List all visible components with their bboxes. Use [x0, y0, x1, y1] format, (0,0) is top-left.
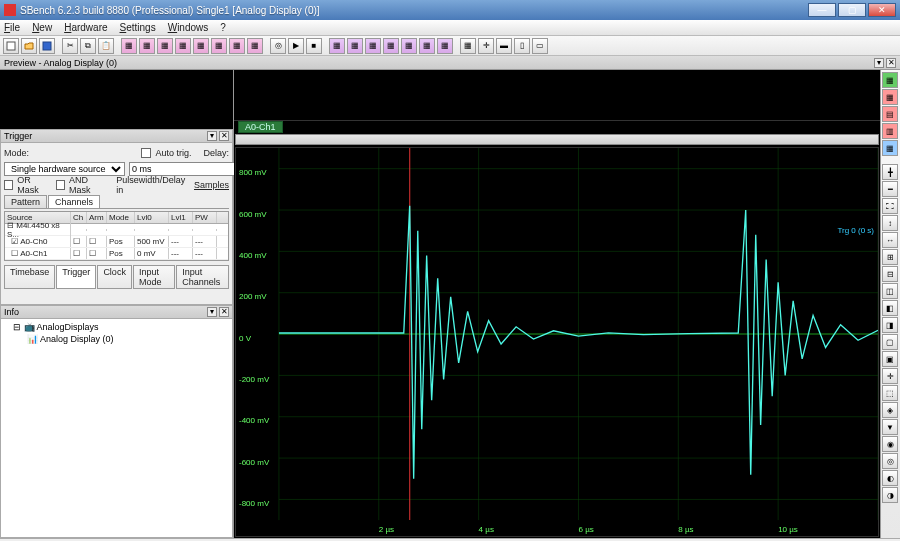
rtool-zoom-fit-icon[interactable]: ⛶: [882, 198, 898, 214]
preview-header: Preview - Analog Display (0) ▾ ✕: [0, 56, 900, 70]
rtool-11-icon[interactable]: ◨: [882, 317, 898, 333]
trigger-close-icon[interactable]: ✕: [219, 131, 229, 141]
tool-layout1-icon[interactable]: ▬: [496, 38, 512, 54]
menu-windows[interactable]: Windows: [168, 22, 209, 33]
btab-clock[interactable]: Clock: [97, 265, 132, 289]
tool-cut-icon[interactable]: ✂: [62, 38, 78, 54]
rtool-5-icon[interactable]: ▦: [882, 140, 898, 156]
rtool-zoom-out-icon[interactable]: ━: [882, 181, 898, 197]
rtool-4-icon[interactable]: ▥: [882, 123, 898, 139]
and-mask-label: AND Mask: [69, 175, 108, 195]
tool-config7-icon[interactable]: ▦: [229, 38, 245, 54]
display-scrollbar[interactable]: [235, 134, 879, 145]
tool-paste-icon[interactable]: 📋: [98, 38, 114, 54]
rtool-15-icon[interactable]: ⬚: [882, 385, 898, 401]
tool-new-icon[interactable]: [3, 38, 19, 54]
tool-disp5-icon[interactable]: ▦: [401, 38, 417, 54]
tool-config6-icon[interactable]: ▦: [211, 38, 227, 54]
tool-config3-icon[interactable]: ▦: [157, 38, 173, 54]
tree-item-display0[interactable]: 📊 Analog Display (0): [3, 333, 230, 345]
x-tick-label: 4 µs: [479, 525, 494, 534]
rtool-3-icon[interactable]: ▤: [882, 106, 898, 122]
tool-copy-icon[interactable]: ⧉: [80, 38, 96, 54]
tool-open-icon[interactable]: [21, 38, 37, 54]
rtool-14-icon[interactable]: ✛: [882, 368, 898, 384]
rtool-17-icon[interactable]: ▼: [882, 419, 898, 435]
x-tick-label: 10 µs: [778, 525, 798, 534]
tool-config8-icon[interactable]: ▦: [247, 38, 263, 54]
display-tab-bar: A0-Ch1: [234, 121, 880, 133]
minimize-button[interactable]: —: [808, 3, 836, 17]
tree-item-root[interactable]: ⊟ 📺 AnalogDisplays: [3, 321, 230, 333]
tool-disp7-icon[interactable]: ▦: [437, 38, 453, 54]
window-buttons: — ▢ ✕: [808, 3, 896, 17]
rtool-19-icon[interactable]: ◎: [882, 453, 898, 469]
tool-disp2-icon[interactable]: ▦: [347, 38, 363, 54]
oscilloscope-display[interactable]: 800 mV600 mV400 mV200 mV0 V-200 mV-400 m…: [235, 147, 879, 537]
rtool-13-icon[interactable]: ▣: [882, 351, 898, 367]
tool-cursor-icon[interactable]: ✛: [478, 38, 494, 54]
channel-tab[interactable]: A0-Ch1: [238, 121, 283, 133]
rtool-10-icon[interactable]: ◧: [882, 300, 898, 316]
rtool-7-icon[interactable]: ⊞: [882, 249, 898, 265]
tool-disp3-icon[interactable]: ▦: [365, 38, 381, 54]
btab-inputmode[interactable]: Input Mode: [133, 265, 175, 289]
trigger-pin-icon[interactable]: ▾: [207, 131, 217, 141]
rtool-20-icon[interactable]: ◐: [882, 470, 898, 486]
info-close-icon[interactable]: ✕: [219, 307, 229, 317]
tool-config4-icon[interactable]: ▦: [175, 38, 191, 54]
tool-config2-icon[interactable]: ▦: [139, 38, 155, 54]
tool-config5-icon[interactable]: ▦: [193, 38, 209, 54]
tool-grid-icon[interactable]: ▦: [460, 38, 476, 54]
source-dropdown[interactable]: Single hardware source: [4, 162, 125, 176]
grid-row[interactable]: ☑ A0-Ch0☐☐Pos500 mV------: [5, 236, 228, 248]
tool-disp6-icon[interactable]: ▦: [419, 38, 435, 54]
rtool-vzoom-in-icon[interactable]: ↕: [882, 215, 898, 231]
info-tree-panel: Info ▾ ✕ ⊟ 📺 AnalogDisplays 📊 Analog Dis…: [0, 305, 233, 538]
rtool-18-icon[interactable]: ◉: [882, 436, 898, 452]
tool-stop-icon[interactable]: ■: [306, 38, 322, 54]
rtool-12-icon[interactable]: ▢: [882, 334, 898, 350]
menu-new[interactable]: New: [32, 22, 52, 33]
rtool-zoom-in-icon[interactable]: ╋: [882, 164, 898, 180]
rtool-21-icon[interactable]: ◑: [882, 487, 898, 503]
and-mask-checkbox[interactable]: [56, 180, 65, 190]
info-pin-icon[interactable]: ▾: [207, 307, 217, 317]
tool-disp4-icon[interactable]: ▦: [383, 38, 399, 54]
tool-save-icon[interactable]: [39, 38, 55, 54]
tool-disp1-icon[interactable]: ▦: [329, 38, 345, 54]
btab-inputch[interactable]: Input Channels: [176, 265, 229, 289]
rtool-grid-icon[interactable]: ▦: [882, 72, 898, 88]
tool-play-icon[interactable]: ▶: [288, 38, 304, 54]
btab-timebase[interactable]: Timebase: [4, 265, 55, 289]
close-button[interactable]: ✕: [868, 3, 896, 17]
menu-file[interactable]: File: [4, 22, 20, 33]
menu-hardware[interactable]: Hardware: [64, 22, 107, 33]
trigger-panel: Trigger ▾ ✕ Mode: Auto trig. Delay: Sing…: [0, 129, 233, 305]
btab-trigger[interactable]: Trigger: [56, 265, 96, 289]
tab-pattern[interactable]: Pattern: [4, 195, 47, 208]
rtool-2-icon[interactable]: ▦: [882, 89, 898, 105]
trigger-title: Trigger: [4, 131, 32, 141]
delay-value-input[interactable]: [129, 162, 247, 176]
tool-layout3-icon[interactable]: ▭: [532, 38, 548, 54]
maximize-button[interactable]: ▢: [838, 3, 866, 17]
or-mask-checkbox[interactable]: [4, 180, 13, 190]
rtool-8-icon[interactable]: ⊟: [882, 266, 898, 282]
tool-preview-icon[interactable]: ◎: [270, 38, 286, 54]
grid-row[interactable]: ☐ A0-Ch1☐☐Pos0 mV------: [5, 248, 228, 260]
col-arm: Arm: [87, 212, 107, 223]
tab-channels[interactable]: Channels: [48, 195, 100, 208]
rtool-16-icon[interactable]: ◈: [882, 402, 898, 418]
auto-trig-checkbox[interactable]: [141, 148, 151, 158]
auto-trig-label: Auto trig.: [155, 148, 191, 158]
menu-help[interactable]: ?: [220, 22, 226, 33]
tool-layout2-icon[interactable]: ▯: [514, 38, 530, 54]
menu-settings[interactable]: Settings: [120, 22, 156, 33]
grid-row[interactable]: ⊟ M4i.4450 x8 S...: [5, 224, 228, 236]
preview-pin-icon[interactable]: ▾: [874, 58, 884, 68]
rtool-vzoom-out-icon[interactable]: ↔: [882, 232, 898, 248]
preview-close-icon[interactable]: ✕: [886, 58, 896, 68]
tool-config1-icon[interactable]: ▦: [121, 38, 137, 54]
rtool-9-icon[interactable]: ◫: [882, 283, 898, 299]
